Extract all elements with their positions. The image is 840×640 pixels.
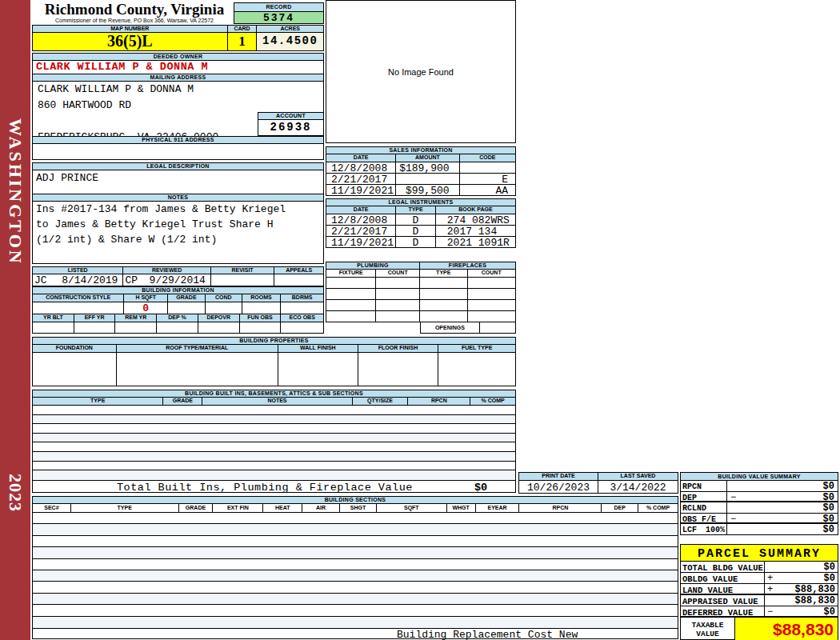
page-subtitle: Commissioner of the Revenue, PO Box 366,… (35, 18, 234, 24)
parcel-row: DEFERRED VALUE − $0 (681, 606, 838, 618)
physical-address-block (32, 144, 324, 160)
plumbing-fireplace-row (326, 289, 516, 300)
legal-description-value: ADJ PRINCE (32, 170, 324, 194)
building-info-values1: 0 (32, 302, 324, 314)
sales-row: 12/8/2008 $189,900 (326, 162, 516, 174)
sec-col-dep: DEP (602, 504, 638, 512)
parcel-row: OBLDG VALUE + $0 (681, 573, 838, 584)
sec-col-num: SEC# (33, 504, 71, 512)
parcel-row: TOTAL BLDG VALUE $0 (681, 562, 838, 573)
sec-col-whgt: WHGT (447, 504, 476, 512)
plumbing-fireplaces-header: FIXTURE COUNT TYPE COUNT (326, 270, 516, 278)
h-sqft-value: 0 (124, 302, 168, 314)
parcel-summary-title: PARCEL SUMMARY (681, 545, 838, 562)
bvs-row: LCF 100% $0 (681, 524, 838, 535)
sec-col-sqft: SQFT (377, 504, 447, 512)
building-properties-values (32, 353, 516, 386)
building-value-summary-label: BUILDING VALUE SUMMARY (680, 472, 838, 481)
building-value-summary: RPCN $0 DEP − $0 RCLND $0 OBS F/E − $0 L… (680, 481, 838, 535)
col-fun-obs: FUN OBS (240, 314, 282, 322)
sales-col-date: DATE (326, 154, 396, 162)
openings-value (480, 322, 515, 333)
building-sections-empty-rows (32, 513, 678, 628)
legal-description-label: LEGAL DESCRIPTION (32, 162, 324, 170)
print-date-label: PRINT DATE (519, 473, 598, 480)
taxable-value-row: TAXABLE VALUE $88,830 (681, 618, 838, 640)
listed-date: 8/14/2019 (62, 275, 118, 286)
print-value-row: 10/26/2023 3/14/2022 (518, 481, 678, 494)
reviewed-by: CP (125, 275, 138, 286)
notes-block: Ins #2017-134 from James & Betty Kriegel… (32, 202, 324, 264)
page-title: Richmond County, Virginia (35, 2, 234, 18)
building-info-header1: CONSTRUCTION STYLE H SQFT GRADE COND ROO… (32, 294, 324, 302)
sec-col-type: TYPE (71, 504, 179, 512)
built-ins-total-value: $0 (474, 482, 487, 493)
col-cond: COND (206, 294, 242, 302)
print-date-value: 10/26/2023 (519, 481, 598, 493)
replacement-cost-label: Building Replacement Cost New (397, 630, 578, 640)
col-h-sqft: H SQFT (124, 294, 168, 302)
listed-by: JC (34, 275, 47, 286)
record-label: RECORD (234, 2, 324, 12)
notes-line: (1/2 int) & Share W (1/2 int) (33, 232, 323, 247)
bi-col-qty: QTY/SIZE (353, 398, 409, 405)
sec-col-grade: GRADE (179, 504, 214, 512)
col-dep-pct: DEP % (157, 314, 198, 322)
instruments-header-row: DATE TYPE BOOK PAGE (326, 206, 516, 214)
mailing-address-label: MAILING ADDRESS (32, 74, 324, 82)
sec-col-rpcn: RPCN (519, 504, 602, 512)
review-value-row: JC 8/14/2019 CP 9/29/2014 (32, 274, 324, 286)
instrument-row: 12/8/2008 D 274 082WRS (326, 214, 516, 226)
built-ins-empty-rows (32, 406, 516, 480)
listed-label: LISTED (33, 267, 123, 274)
account-value: 26938 (258, 120, 323, 135)
mailing-line: CLARK WILLIAM P & DONNA M (33, 82, 323, 98)
sales-col-amount: AMOUNT (396, 154, 459, 162)
col-depovr: DEPOVR (198, 314, 240, 322)
bi-col-notes: NOTES (202, 398, 352, 405)
instrument-row: 2/21/2017 D 2017 134 (326, 226, 516, 237)
parcel-row: LAND VALUE + $88,830 (681, 584, 838, 595)
sales-row: 2/21/2017 E (326, 174, 516, 185)
bvs-row: DEP − $0 (681, 492, 838, 503)
col-floor-finish: FLOOR FINISH (358, 345, 439, 352)
col-foundation: FOUNDATION (33, 345, 117, 352)
fireplace-col-count: COUNT (468, 270, 515, 277)
openings-row: OPENINGS (420, 322, 516, 334)
lcf-percent: 100% (706, 526, 725, 535)
sales-row: 11/19/2021 $99,500 AA (326, 185, 516, 196)
review-header-row: LISTED REVIEWED REVISIT APPEALS (32, 266, 324, 274)
plumbing-fireplace-row (326, 300, 516, 311)
county-title-block: Richmond County, Virginia Commissioner o… (35, 2, 234, 25)
col-rooms: ROOMS (242, 294, 282, 302)
building-properties-header: FOUNDATION ROOF TYPE/MATERIAL WALL FINIS… (32, 345, 516, 353)
plumbing-fireplace-row (326, 278, 516, 289)
col-eco-obs: ECO OBS (281, 314, 323, 322)
col-yr-blt: YR BLT (33, 314, 74, 322)
notes-label: NOTES (32, 194, 324, 202)
sec-col-shgt: SHGT (340, 504, 377, 512)
sec-col-heat: HEAT (263, 504, 302, 512)
no-image-text: No Image Found (388, 67, 454, 77)
openings-label: OPENINGS (421, 322, 480, 333)
appeals-label: APPEALS (274, 267, 323, 274)
print-header-row: PRINT DATE LAST SAVED (518, 472, 678, 481)
record-value-row: 5374 (234, 12, 324, 24)
property-photo-placeholder: No Image Found (326, 0, 516, 143)
building-information-label: BUILDING INFORMATION (32, 286, 324, 294)
taxable-value: $88,830 (735, 618, 838, 640)
map-value-row: 36(5)L 1 14.4500 (32, 33, 324, 51)
notes-line: Ins #2017-134 from James & Betty Kriegel (33, 202, 323, 217)
col-fuel-type: FUEL TYPE (438, 345, 515, 352)
last-saved-label: LAST SAVED (598, 473, 678, 480)
building-sections-label: BUILDING SECTIONS (32, 496, 678, 504)
reviewed-date: 9/29/2014 (150, 275, 206, 286)
fireplace-col-type: TYPE (420, 270, 468, 277)
sec-col-comp: % COMP (638, 504, 678, 512)
property-record-card: WASHINGTON 2023 Richmond County, Virgini… (0, 0, 840, 640)
deeded-owner-label: DEEDED OWNER (32, 53, 324, 61)
deeded-owner-value: CLARK WILLIAM P & DONNA M (32, 61, 324, 74)
map-header-row: MAP NUMBER CARD ACRES (32, 25, 324, 33)
plumbing-col-count: COUNT (376, 270, 420, 277)
plumbing-label: PLUMBING (326, 262, 420, 270)
